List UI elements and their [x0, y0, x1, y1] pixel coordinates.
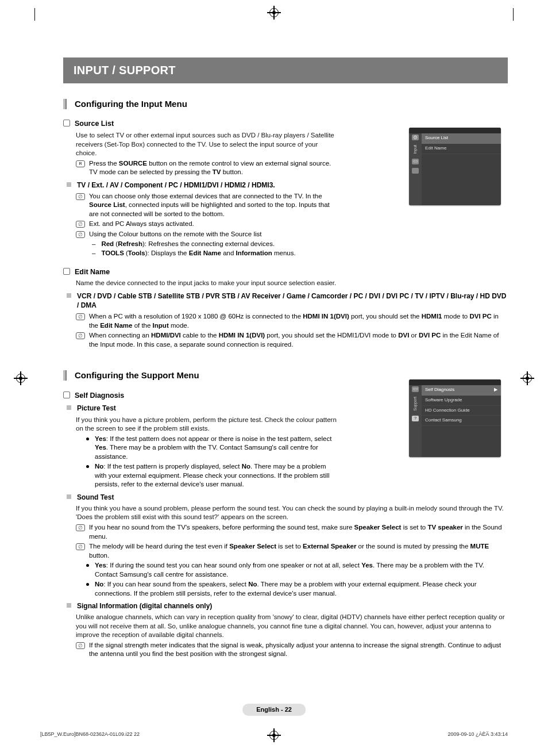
bullet-dot-icon [86, 583, 89, 586]
osd-item-source-list[interactable]: Source List [422, 133, 501, 144]
osd-side-label: Input [412, 144, 418, 155]
heading-stripe-icon [63, 99, 67, 109]
registration-mark-icon [16, 374, 25, 383]
checkbox-outline-icon [63, 268, 70, 275]
subhead-text: Self Diagnosis [75, 391, 124, 401]
note-icon [76, 313, 85, 320]
note-text: The melody will be heard during the test… [89, 542, 508, 560]
checkbox-outline-icon [63, 120, 70, 126]
note-text: When connecting an HDMI/DVI cable to the… [89, 331, 508, 349]
page-number-pill: English - 22 [242, 704, 306, 716]
chevron-right-icon: ▶ [494, 387, 497, 393]
note-remote-source: Press the SOURCE button on the remote co… [76, 159, 339, 177]
note-speaker-select: If you hear no sound from the TV's speak… [76, 523, 508, 541]
subhead-edit-name: Edit Name [63, 267, 508, 277]
square-bullet-icon [67, 182, 71, 187]
picture-test-desc: If you think you have a picture problem,… [76, 416, 339, 433]
note-ext-pc: Ext. and PC Always stays activated. [76, 220, 339, 229]
note-melody: The melody will be heard during the test… [76, 542, 508, 560]
section-heading-text: Configuring the Support Menu [75, 370, 199, 381]
note-icon [76, 642, 85, 649]
note-text: Press the SOURCE button on the remote co… [89, 159, 339, 177]
devices-list-line: VCR / DVD / Cable STB / Satellite STB / … [67, 291, 508, 310]
note-hdmi-pc: When a PC with a resolution of 1920 x 10… [76, 312, 508, 330]
dash-text: TOOLS (Tools): Displays the Edit Name an… [101, 249, 295, 258]
note-text: You can choose only those external devic… [89, 192, 339, 219]
crop-mark [34, 8, 35, 21]
bullet-dot-icon [86, 438, 89, 440]
input-icon [412, 386, 419, 392]
bullet-picture-yes: Yes: If the test pattern does not appear… [86, 435, 339, 462]
dash-icon: – [92, 249, 95, 258]
osd-item-self-diagnosis[interactable]: Self Diagnosis ▶ [422, 385, 501, 396]
gear-icon [412, 135, 419, 140]
note-text: If the signal strength meter indicates t… [89, 641, 508, 659]
osd-support-menu: Support Self Diagnosis ▶ Software Upgrad… [409, 379, 501, 457]
note-text: Using the Colour buttons on the remote w… [89, 230, 339, 239]
menu-icon [412, 168, 419, 174]
sound-test-desc: If you think you have a sound problem, p… [76, 504, 508, 522]
osd-item-hd-connection[interactable]: HD Connection Guide [422, 406, 501, 416]
page-title-bar: INPUT / SUPPORT [63, 57, 508, 83]
note-icon [76, 543, 85, 550]
sound-test-heading: Sound Test [67, 493, 508, 502]
question-icon [412, 416, 419, 421]
input-icon [412, 159, 419, 164]
bullet-text: No: If the test pattern is properly disp… [95, 462, 339, 489]
dash-text: Red (Refresh): Refreshes the connecting … [101, 240, 275, 249]
section-heading-input: Configuring the Input Menu [63, 98, 508, 110]
dash-red-refresh: – Red (Refresh): Refreshes the connectin… [92, 240, 339, 249]
osd-side-label: Support [412, 396, 418, 412]
bullet-text: Yes: If during the sound test you can he… [95, 561, 508, 579]
dash-icon: – [92, 240, 95, 249]
note-hdmi-dvi: When connecting an HDMI/DVI cable to the… [76, 331, 508, 349]
osd-item-label: Self Diagnosis [425, 387, 454, 393]
bullet-dot-icon [86, 465, 89, 468]
dash-tools: – TOOLS (Tools): Displays the Edit Name … [92, 249, 339, 258]
osd-item-edit-name[interactable]: Edit Name [422, 144, 501, 154]
heading-stripe-icon [63, 370, 67, 381]
osd-item-contact[interactable]: Contact Samsung [422, 416, 501, 426]
osd-input-menu: Input Source List Edit Name [409, 128, 501, 205]
registration-mark-icon [269, 8, 279, 17]
checkbox-outline-icon [63, 392, 70, 398]
note-icon [76, 524, 85, 531]
note-icon [76, 231, 85, 238]
bullet-sound-yes: Yes: If during the sound test you can he… [86, 561, 508, 579]
square-bullet-icon [67, 293, 71, 298]
section-heading-text: Configuring the Input Menu [75, 98, 187, 110]
osd-body: Self Diagnosis ▶ Software Upgrade HD Con… [422, 385, 501, 457]
note-signal-strength: If the signal strength meter indicates t… [76, 641, 508, 659]
osd-sidebar: Support [409, 385, 422, 457]
devices-list-text: VCR / DVD / Cable STB / Satellite STB / … [77, 291, 508, 310]
registration-mark-icon [523, 374, 532, 383]
note-text: Ext. and PC Always stays activated. [89, 220, 339, 229]
osd-item-label: Source List [425, 135, 448, 141]
subhead-text: Source List [75, 119, 114, 129]
note-text: When a PC with a resolution of 1920 x 10… [89, 312, 508, 330]
osd-body: Source List Edit Name [422, 133, 501, 205]
square-bullet-icon [67, 603, 71, 608]
note-connected-devices: You can choose only those external devic… [76, 192, 339, 219]
signal-info-desc: Unlike analogue channels, which can vary… [76, 613, 508, 640]
signal-info-title: Signal Information (digital channels onl… [77, 601, 508, 611]
signal-info-heading: Signal Information (digital channels onl… [67, 601, 508, 611]
note-text: If you hear no sound from the TV's speak… [89, 523, 508, 541]
edit-name-desc: Name the device connected to the input j… [76, 279, 508, 288]
sound-test-title: Sound Test [77, 493, 508, 502]
bullet-text: No: If you can hear sound from the speak… [95, 580, 508, 598]
print-footer: [LB5P_W.Euro]BN68-02362A-01L09.i22 22 20… [40, 731, 508, 738]
bullet-picture-no: No: If the test pattern is properly disp… [86, 462, 339, 489]
print-footer-right: 2009-09-10 ¿ÀÈÄ 3:43:14 [447, 731, 508, 738]
osd-sidebar: Input [409, 133, 422, 205]
source-list-desc: Use to select TV or other external input… [76, 131, 339, 158]
bullet-text: Yes: If the test pattern does not appear… [95, 435, 339, 462]
note-icon [76, 332, 85, 339]
square-bullet-icon [67, 494, 71, 499]
note-colour-buttons: Using the Colour buttons on the remote w… [76, 230, 339, 239]
bullet-dot-icon [86, 564, 89, 567]
note-icon [76, 193, 85, 200]
osd-item-software-upgrade[interactable]: Software Upgrade [422, 396, 501, 406]
square-bullet-icon [67, 405, 71, 410]
subhead-text: Edit Name [75, 267, 110, 277]
